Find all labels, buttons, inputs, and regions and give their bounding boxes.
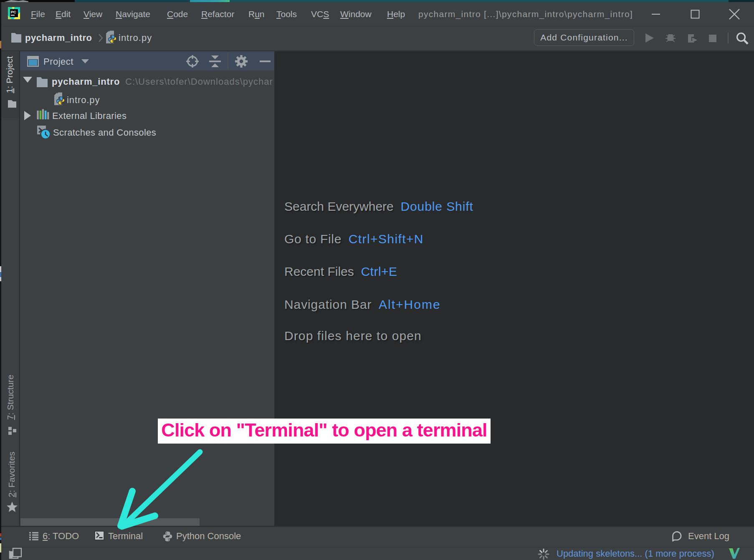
svg-text:PC: PC — [11, 10, 16, 14]
